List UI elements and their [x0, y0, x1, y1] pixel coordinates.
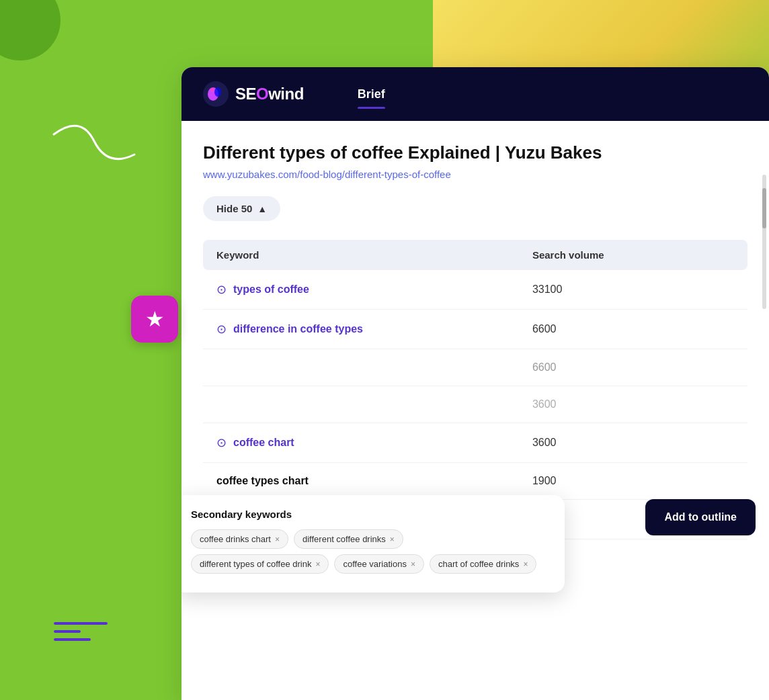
tag-label: different types of coffee drink: [200, 559, 311, 569]
app-header: SEOwind Brief: [181, 67, 769, 121]
action-5: [698, 423, 747, 463]
action-2: [698, 310, 747, 349]
volume-3: 6600: [519, 349, 698, 386]
secondary-popup: Secondary keywords coffee drinks chart ×…: [181, 495, 565, 593]
logo-o: O: [256, 85, 268, 103]
tag-close-icon[interactable]: ×: [275, 535, 280, 544]
check-icon-1: ⊙: [216, 282, 227, 297]
tag-coffee-variations: coffee variations ×: [334, 554, 423, 574]
tag-label: chart of coffee drinks: [438, 559, 519, 569]
tag-different-coffee-drinks: different coffee drinks ×: [294, 529, 403, 549]
main-card: SEOwind Brief Different types of coffee …: [181, 67, 769, 700]
action-3: [698, 349, 747, 386]
hide-button[interactable]: Hide 50 ▲: [203, 196, 280, 221]
check-icon-5: ⊙: [216, 435, 227, 450]
squiggle-decoration: [40, 121, 148, 188]
scrollbar[interactable]: [762, 175, 766, 309]
tags-row-2: different types of coffee drink × coffee…: [191, 554, 549, 574]
table-row: coffee types chart 1900: [203, 463, 747, 500]
volume-2: 6600: [519, 310, 698, 349]
table-row: ⊙ types of coffee 33100: [203, 270, 747, 310]
tag-label: coffee variations: [343, 559, 406, 569]
table-row: ⊙ difference in coffee types 6600: [203, 310, 747, 349]
keyword-cell-4: [203, 386, 519, 423]
tags-row-1: coffee drinks chart × different coffee d…: [191, 529, 549, 549]
tag-close-icon[interactable]: ×: [411, 560, 415, 569]
volume-1: 33100: [519, 270, 698, 310]
column-keyword: Keyword: [203, 240, 519, 270]
page-title: Different types of coffee Explained | Yu…: [203, 142, 747, 163]
secondary-popup-title: Secondary keywords: [191, 509, 549, 520]
tag-label: different coffee drinks: [302, 534, 386, 544]
tag-close-icon[interactable]: ×: [315, 560, 320, 569]
column-actions: [698, 240, 747, 270]
tag-label: coffee drinks chart: [200, 534, 271, 544]
action-6: [698, 463, 747, 500]
table-row: 6600: [203, 349, 747, 386]
volume-5: 3600: [519, 423, 698, 463]
tag-coffee-drinks-chart: coffee drinks chart ×: [191, 529, 288, 549]
action-1: [698, 270, 747, 310]
line-1: [54, 622, 108, 625]
keyword-cell-1: ⊙ types of coffee: [203, 270, 519, 310]
column-search-volume: Search volume: [519, 240, 698, 270]
check-icon-2: ⊙: [216, 322, 227, 337]
star-icon: ★: [145, 306, 165, 332]
keyword-plain-6: coffee types chart: [216, 475, 309, 487]
content-area: Different types of coffee Explained | Yu…: [181, 121, 769, 700]
main-nav: Brief: [358, 87, 385, 101]
line-2: [54, 630, 81, 633]
logo-icon: [203, 81, 229, 107]
logo-area: SEOwind: [203, 81, 304, 107]
tag-different-types-of-coffee-drink: different types of coffee drink ×: [191, 554, 329, 574]
svg-point-2: [214, 87, 221, 97]
keyword-link-5[interactable]: coffee chart: [233, 437, 294, 449]
svg-point-3: [210, 88, 214, 92]
table-row: ⊙ coffee chart 3600: [203, 423, 747, 463]
action-4: [698, 386, 747, 423]
tag-chart-of-coffee-drinks: chart of coffee drinks ×: [430, 554, 536, 574]
keyword-cell-2: ⊙ difference in coffee types: [203, 310, 519, 349]
logo-text: SEOwind: [235, 85, 304, 103]
scrollbar-thumb: [762, 188, 766, 228]
line-3: [54, 638, 91, 641]
star-badge: ★: [131, 296, 178, 343]
lines-decoration: [54, 622, 108, 646]
nav-brief[interactable]: Brief: [358, 87, 385, 103]
chevron-up-icon: ▲: [257, 204, 267, 214]
keyword-cell-3: [203, 349, 519, 386]
keyword-link-2[interactable]: difference in coffee types: [233, 323, 363, 335]
tag-close-icon[interactable]: ×: [390, 535, 395, 544]
table-row: 3600: [203, 386, 747, 423]
volume-4: 3600: [519, 386, 698, 423]
hide-button-label: Hide 50: [216, 203, 252, 214]
tag-close-icon[interactable]: ×: [523, 560, 528, 569]
add-to-outline-button[interactable]: Add to outline: [645, 499, 756, 535]
volume-6: 1900: [519, 463, 698, 500]
page-url[interactable]: www.yuzubakes.com/food-blog/different-ty…: [203, 169, 747, 180]
keyword-link-1[interactable]: types of coffee: [233, 283, 309, 296]
keyword-cell-6: coffee types chart: [203, 463, 519, 500]
keyword-cell-5: ⊙ coffee chart: [203, 423, 519, 463]
